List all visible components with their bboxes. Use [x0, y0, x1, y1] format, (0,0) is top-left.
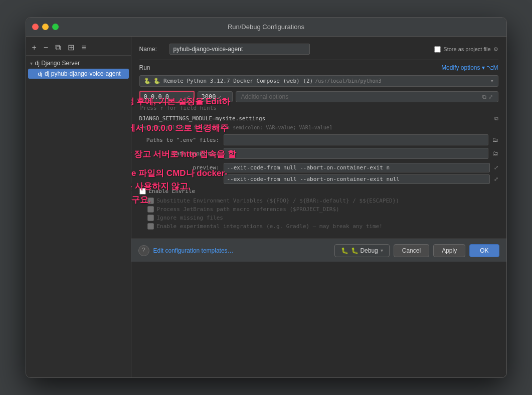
- mappings-folder-icon[interactable]: 🗂: [492, 150, 498, 157]
- paths-label: Paths to ".env" files:: [139, 137, 220, 143]
- chevron-down-icon: ▾: [30, 61, 33, 66]
- mappings-label: Path mappings:: [139, 150, 220, 157]
- django-icon: dj: [38, 71, 43, 77]
- enable-envfile-checkbox[interactable]: [139, 188, 146, 194]
- separator-1: [139, 60, 498, 60]
- store-project-row: Store as project file ⚙: [434, 46, 498, 53]
- envfile-section: Enable EnvFile Substitute Environment Va…: [139, 188, 498, 230]
- debug-dropdown-arrow[interactable]: ▾: [381, 248, 383, 253]
- env-row: DJANGO_SETTINGS_MODULE=mysite.settings ⧉: [139, 115, 498, 122]
- modify-options-label: Modify options: [441, 64, 480, 71]
- command-preview-value-1: --exit-code-from null --abort-on-contain…: [224, 163, 490, 172]
- substitute-env-checkbox[interactable]: [147, 198, 154, 204]
- python-icon: 🐍: [144, 78, 151, 84]
- host-value: 0.0.0.0: [144, 93, 186, 100]
- run-section-title: Run: [139, 64, 150, 71]
- folder-icon[interactable]: 🗂: [492, 136, 498, 144]
- maximize-button[interactable]: [52, 24, 59, 30]
- field-hints: Press ↑ for field hints: [139, 105, 498, 111]
- bottom-right-buttons: 🐛 🐛 Debug ▾ Cancel Apply OK: [334, 244, 499, 257]
- sidebar-item-label: dj pyhub-django-voice-agent: [45, 70, 120, 77]
- modify-options-shortcut: ⌥M: [486, 64, 498, 71]
- main-window: Run/Debug Configurations + − ⧉ ⊞ ≡ ▾ dj …: [26, 17, 507, 378]
- ignore-missing-row: Ignore missing files: [139, 215, 498, 221]
- expand-icon[interactable]: ⤢: [488, 94, 493, 100]
- copy-env-icon[interactable]: ⧉: [494, 116, 498, 122]
- folder-config-button[interactable]: ⊞: [66, 42, 76, 53]
- modify-options-button[interactable]: Modify options ▾ ⌥M: [441, 64, 498, 71]
- expand-cmd-icon-2[interactable]: ⤢: [494, 176, 498, 182]
- field-icons: ⧉ ⤢: [482, 94, 493, 100]
- store-project-label: Store as project file: [443, 46, 490, 52]
- more-config-button[interactable]: ≡: [79, 42, 88, 53]
- remove-config-button[interactable]: −: [42, 42, 50, 53]
- debug-label: 🐛 Debug: [351, 247, 378, 254]
- name-row: Name: Store as project file ⚙: [139, 44, 498, 55]
- mappings-row: Path mappings: 🗂: [139, 148, 498, 159]
- cancel-button[interactable]: Cancel: [394, 244, 429, 257]
- title-bar: Run/Debug Configurations: [26, 18, 506, 37]
- content-area: Name: Store as project file ⚙ Run Modify…: [131, 37, 506, 239]
- envfile-enable-row: Enable EnvFile: [139, 188, 498, 194]
- experimental-row: Enable experimental integrations (e.g. G…: [139, 223, 498, 230]
- paths-row: Paths to ".env" files: 🗂: [139, 134, 498, 145]
- store-project-checkbox[interactable]: [434, 46, 441, 53]
- expand-host-icon[interactable]: ⤢: [186, 94, 190, 100]
- bottom-bar: ? Edit configuration templates… 🐛 🐛 Debu…: [131, 239, 506, 262]
- command-preview-row-2: --exit-code-from null --abort-on-contain…: [139, 174, 498, 184]
- name-input[interactable]: [169, 44, 310, 55]
- name-label: Name:: [139, 46, 164, 53]
- experimental-label: Enable experimental integrations (e.g. G…: [157, 223, 383, 230]
- ignore-missing-label: Ignore missing files: [157, 215, 223, 221]
- copy-icon[interactable]: ⧉: [482, 94, 486, 100]
- process-macro-label: Process JetBrains path macro references …: [157, 206, 339, 213]
- apply-button[interactable]: Apply: [433, 244, 465, 257]
- traffic-lights: [32, 24, 59, 30]
- paths-field[interactable]: [224, 134, 488, 145]
- right-panel: Name: Store as project file ⚙ Run Modify…: [131, 37, 506, 377]
- gear-icon[interactable]: ⚙: [493, 46, 498, 53]
- port-field[interactable]: 3000 ⤢: [198, 91, 233, 102]
- run-section-header: Run Modify options ▾ ⌥M: [139, 64, 498, 71]
- sidebar-group-django[interactable]: ▾ dj Django Server: [26, 58, 131, 69]
- process-macro-checkbox[interactable]: [147, 206, 154, 213]
- chevron-down-icon: ▾: [482, 64, 485, 71]
- add-config-button[interactable]: +: [30, 42, 39, 53]
- port-value: 3000: [202, 93, 216, 100]
- sidebar-group-label-text: dj Django Server: [35, 60, 80, 67]
- interpreter-path: /usr/local/bin/python3: [315, 78, 381, 84]
- host-field[interactable]: 0.0.0.0 ⤢: [139, 91, 195, 103]
- help-button[interactable]: ?: [138, 245, 149, 256]
- env-value: DJANGO_SETTINGS_MODULE=mysite.settings: [139, 115, 492, 122]
- copy-config-button[interactable]: ⧉: [53, 42, 63, 53]
- command-preview-row-1: preview: --exit-code-from null --abort-o…: [139, 163, 498, 172]
- enable-envfile-label: Enable EnvFile: [149, 188, 196, 194]
- mappings-field[interactable]: [224, 148, 488, 159]
- additional-options-field[interactable]: Additional options ⧉ ⤢: [236, 91, 498, 102]
- process-macro-row: Process JetBrains path macro references …: [139, 206, 498, 213]
- sidebar-item-pyhub[interactable]: dj dj pyhub-django-voice-agent: [28, 69, 129, 79]
- minimize-button[interactable]: [42, 24, 49, 30]
- expand-port-icon[interactable]: ⤢: [218, 94, 222, 100]
- additional-options-placeholder: Additional options: [241, 93, 289, 100]
- host-port-row: 0.0.0.0 ⤢ 3000 ⤢ Additional options ⧉ ⤢: [139, 91, 498, 103]
- experimental-checkbox[interactable]: [147, 223, 154, 230]
- sidebar-toolbar: + − ⧉ ⊞ ≡: [26, 40, 131, 56]
- substitute-env-row: Substitute Environment Variables (${FOO}…: [139, 198, 498, 204]
- debug-icon: 🐛: [341, 247, 348, 254]
- substitute-env-label: Substitute Environment Variables (${FOO}…: [157, 198, 399, 204]
- expand-cmd-icon-1[interactable]: ⤢: [494, 164, 498, 171]
- main-content: + − ⧉ ⊞ ≡ ▾ dj Django Server dj dj pyhub…: [26, 37, 506, 377]
- edit-templates-link[interactable]: Edit configuration templates…: [153, 247, 234, 254]
- debug-button[interactable]: 🐛 🐛 Debug ▾: [334, 244, 390, 257]
- env-hint: Separate multiple items with a semicolon…: [139, 125, 498, 130]
- window-title: Run/Debug Configurations: [228, 23, 304, 31]
- expand-interpreter-button[interactable]: ▾: [490, 78, 494, 84]
- interpreter-row: 🐍 🐍 Remote Python 3.12.7 Docker Compose …: [139, 75, 498, 87]
- ok-button[interactable]: OK: [469, 244, 499, 257]
- ignore-missing-checkbox[interactable]: [147, 215, 154, 221]
- interpreter-label: 🐍 Remote Python 3.12.7 Docker Compose (w…: [153, 78, 313, 84]
- command-preview-value-2: --exit-code-from null --abort-on-contain…: [224, 174, 490, 184]
- close-button[interactable]: [32, 24, 39, 30]
- sidebar: + − ⧉ ⊞ ≡ ▾ dj Django Server dj dj pyhub…: [26, 37, 131, 377]
